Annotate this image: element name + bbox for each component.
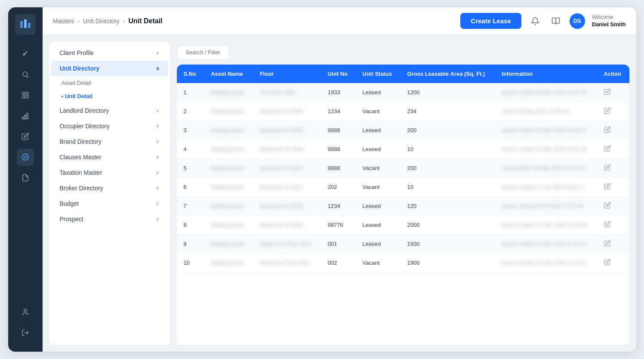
user-profile-icon[interactable] <box>17 303 34 321</box>
cell-asset: Building Name <box>204 216 253 235</box>
cell-action <box>597 159 629 178</box>
breadcrumb-root[interactable]: Masters <box>53 18 74 25</box>
cell-asset: Building Name <box>204 121 253 140</box>
svg-rect-11 <box>27 113 28 119</box>
cell-unit-no: 9888 <box>321 140 356 159</box>
chevron-down-icon: ∨ <box>156 216 160 222</box>
chevron-down-icon: ∨ <box>156 154 160 160</box>
edit-icon[interactable] <box>604 241 611 248</box>
cell-status: Leased <box>356 140 401 159</box>
search-filter-button[interactable]: Search / Filter <box>177 45 230 59</box>
col-action: Action <box>597 65 629 83</box>
search-icon[interactable] <box>17 66 34 83</box>
cell-floor: Eighty First Floor 0011 <box>253 235 321 254</box>
cell-area: 1900 <box>401 254 495 272</box>
edit-icon[interactable] <box>604 260 611 267</box>
menu-item-taxation-master[interactable]: Taxation Master ∨ <box>51 165 168 180</box>
cell-area: 1200 <box>401 83 495 102</box>
cell-status: Leased <box>356 121 401 140</box>
table-row: 7 Building Name Basement 03 0010 1234 Le… <box>177 197 629 216</box>
submenu-unit-directory: Asset Detail Unit Detail <box>49 76 170 103</box>
cell-status: Leased <box>356 83 401 102</box>
grid-icon[interactable] <box>17 87 34 104</box>
breadcrumb-sep2: › <box>123 18 125 25</box>
cell-status: Vacant <box>356 102 401 121</box>
menu-item-occupier-directory[interactable]: Occupier Directory ∨ <box>51 118 168 134</box>
menu-item-prospect[interactable]: Prospect ∨ <box>51 211 168 227</box>
cell-sno: 10 <box>177 254 204 272</box>
cell-sno: 1 <box>177 83 204 102</box>
cell-area: 120 <box>401 197 495 216</box>
table-row: 6 Building Name Basement 01 0011 202 Vac… <box>177 178 629 197</box>
cell-asset: Building Name <box>204 197 253 216</box>
col-information: Information <box>495 65 597 83</box>
edit-icon[interactable] <box>604 165 611 172</box>
svg-rect-2 <box>28 23 31 28</box>
book-icon[interactable] <box>549 14 563 28</box>
submenu-item-asset-detail[interactable]: Asset Detail <box>53 76 166 90</box>
avatar[interactable]: DS <box>570 13 585 29</box>
col-sno: S.No <box>177 65 204 83</box>
sidebar-bottom <box>17 303 34 345</box>
edit-icon[interactable] <box>604 184 611 191</box>
chevron-down-icon: ∨ <box>156 139 160 145</box>
edit-nav-icon[interactable] <box>17 128 34 145</box>
notification-icon[interactable] <box>528 14 542 28</box>
cell-status: Vacant <box>356 159 401 178</box>
cell-info: tenant created 9 Oct 2020 17:02 35 <box>495 197 597 216</box>
cell-info: tenant created 08 Mar 2022 11:47:43 <box>495 83 597 102</box>
cell-unit-no: 002 <box>321 254 356 272</box>
document-icon[interactable] <box>17 169 34 186</box>
menu-item-broker-directory[interactable]: Broker Directory ∨ <box>51 180 168 196</box>
cell-floor: Basement 04 0006 <box>253 140 321 159</box>
cell-info: tenant created 31 Mar 2020 10:18:17 <box>495 121 597 140</box>
cell-asset: Building Name <box>204 178 253 197</box>
menu-item-clauses-master[interactable]: Clauses Master ∨ <box>51 149 168 165</box>
cell-action <box>597 216 629 235</box>
menu-item-unit-directory[interactable]: Unit Directory ∧ <box>51 61 168 76</box>
table-row: 10 Building Name Penthouse Floor 0021 00… <box>177 254 629 272</box>
logout-icon[interactable] <box>17 324 34 341</box>
header: Masters › Unit Directory › Unit Detail C… <box>43 7 636 35</box>
chevron-up-icon: ∧ <box>156 65 160 71</box>
cell-sno: 3 <box>177 121 204 140</box>
menu-item-budget[interactable]: Budget ∨ <box>51 196 168 211</box>
menu-item-client-profile[interactable]: Client Profile ∨ <box>51 45 168 61</box>
cell-asset: Building Name <box>204 102 253 121</box>
menu-item-brand-directory[interactable]: Brand Directory ∨ <box>51 134 168 149</box>
chart-icon[interactable] <box>17 107 34 124</box>
cell-area: 200 <box>401 121 495 140</box>
sidebar: ✔ <box>8 7 43 352</box>
svg-line-4 <box>27 76 28 77</box>
cell-floor: Basement 04 0006 <box>253 102 321 121</box>
col-floor: Floor <box>253 65 321 83</box>
chevron-down-icon: ∨ <box>156 123 160 129</box>
cell-sno: 8 <box>177 216 204 235</box>
breadcrumb-parent[interactable]: Unit Directory <box>83 18 120 25</box>
edit-icon[interactable] <box>604 146 611 153</box>
edit-icon[interactable] <box>604 89 611 96</box>
edit-icon[interactable] <box>604 222 611 229</box>
edit-icon[interactable] <box>604 203 611 210</box>
settings-icon[interactable] <box>17 149 34 166</box>
top-bar: Search / Filter <box>177 42 629 65</box>
svg-rect-1 <box>24 19 27 28</box>
cell-status: Vacant <box>356 178 401 197</box>
tasks-icon[interactable]: ✔ <box>17 45 34 62</box>
cell-info: tenant created 31 Mar 2020 11:06:49 <box>495 216 597 235</box>
cell-area: 1500 <box>401 235 495 254</box>
menu-item-landlord-directory[interactable]: Landlord Directory ∨ <box>51 103 168 118</box>
cell-info: tenant created 31 Mar 2020 11:13:11 <box>495 254 597 272</box>
right-panel: Search / Filter S.No Asset Name Floor Un… <box>177 42 629 345</box>
cell-floor: Basement 03 0013 <box>253 159 321 178</box>
cell-action <box>597 140 629 159</box>
edit-icon[interactable] <box>604 108 611 115</box>
submenu-item-unit-detail[interactable]: Unit Detail <box>53 90 166 103</box>
cell-info: Admin 08 May 2022 13:09:10 <box>495 102 597 121</box>
cell-asset: Building Name <box>204 140 253 159</box>
cell-floor: Penthouse Floor 0021 <box>253 254 321 272</box>
create-lease-button[interactable]: Create Lease <box>460 13 521 29</box>
cell-info: tenant created 31 Mar 2020 09:32:36 <box>495 140 597 159</box>
cell-info: released/free 30 May 2022 18:13:23 <box>495 159 597 178</box>
edit-icon[interactable] <box>604 127 611 134</box>
